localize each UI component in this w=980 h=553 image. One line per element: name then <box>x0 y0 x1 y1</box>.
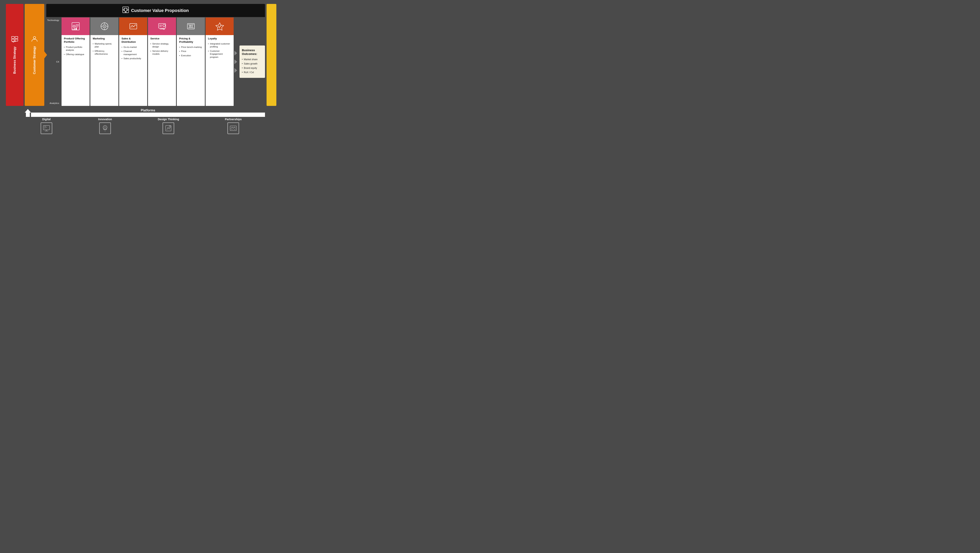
trophy-icon <box>123 7 129 14</box>
up-arrow <box>25 109 31 117</box>
arrow-gray-top <box>234 51 237 56</box>
outcomes-box: Business Outcomes: Market share Sales gr… <box>240 46 265 78</box>
bullet-item: Offering catalogue <box>64 53 87 56</box>
col-marketing: Marketing Marketing spend, plan Efficien… <box>91 18 118 106</box>
yellow-bar <box>267 4 276 106</box>
customer-strategy-pillar: Customer Strategy <box>25 4 44 106</box>
platform-design-thinking: Design Thinking <box>158 118 179 134</box>
col-service-bullets: Service strategy, design Service deliver… <box>150 42 173 56</box>
col-pricing-bullets: Price bench-marking Price Execution <box>179 46 202 57</box>
svg-point-55 <box>169 126 171 127</box>
sales-icon <box>129 22 138 32</box>
bullet-item: Marketing spend, plan <box>93 42 116 48</box>
cvp-title: Customer Value Proposition <box>131 8 189 13</box>
service-icon <box>158 22 166 32</box>
col-loyalty: Loyalty Integrated customer profiling Cu… <box>205 18 234 106</box>
svg-line-4 <box>12 41 13 42</box>
col-pricing-body: Pricing & Profitability Price bench-mark… <box>177 35 205 106</box>
col-marketing-bullets: Marketing spend, plan Efficiency, effect… <box>93 42 116 56</box>
business-strategy-pillar: Business Strategy <box>6 4 24 106</box>
svg-rect-3 <box>15 39 18 41</box>
col-product: Product/ Offering Portfolio Product port… <box>62 18 89 106</box>
customer-strategy-label: Customer Strategy <box>33 46 37 74</box>
bullet-item: Product portfolio analysis <box>64 46 87 52</box>
up-arrow-shaft <box>26 113 30 117</box>
bullet-item: Channel management <box>121 50 145 56</box>
bullet-item: Customer Engagement program <box>208 49 231 59</box>
svg-rect-1 <box>15 37 18 38</box>
customer-arrow <box>44 51 47 59</box>
platforms-label: Platforms <box>141 108 155 112</box>
col-loyalty-header <box>205 18 234 35</box>
svg-rect-21 <box>74 28 75 30</box>
row-label-analytics: Analytics <box>46 102 60 104</box>
pricing-icon: $ <box>186 22 195 32</box>
platform-innovation-label: Innovation <box>98 118 112 121</box>
customer-icon <box>31 36 38 44</box>
col-pricing-header: $ <box>177 18 205 35</box>
outcome-item: Market share <box>242 58 262 61</box>
row-label-technology: Technology <box>46 19 60 21</box>
svg-rect-22 <box>76 28 77 30</box>
col-sales-header <box>119 18 147 35</box>
partnerships-icon <box>228 123 239 134</box>
product-icon <box>72 22 80 32</box>
bullet-item: Efficiency, effectiveness <box>93 49 116 56</box>
col-marketing-body: Marketing Marketing spend, plan Efficien… <box>91 35 118 106</box>
horizontal-arrow-body: Platforms <box>31 113 265 117</box>
col-service-header <box>148 18 176 35</box>
col-sales-title: Sales & Distribution <box>121 37 145 44</box>
business-icon <box>11 36 18 45</box>
svg-line-6 <box>14 41 14 42</box>
innovation-icon <box>99 123 111 134</box>
outcome-item: RoX / CxI <box>242 71 262 74</box>
svg-rect-20 <box>73 29 74 30</box>
platform-digital: Digital <box>41 118 52 134</box>
up-arrow-head <box>25 109 31 113</box>
col-loyalty-body: Loyalty Integrated customer profiling Cu… <box>205 35 234 106</box>
svg-point-34 <box>163 24 165 27</box>
col-marketing-title: Marketing <box>93 37 116 40</box>
left-pillars: Business Strategy Customer Strategy <box>6 4 44 106</box>
col-sales: Sales & Distribution Go-to-market Channe… <box>119 18 147 106</box>
svg-marker-44 <box>216 23 224 30</box>
business-strategy-label: Business Strategy <box>13 46 17 74</box>
col-sales-bullets: Go-to-market Channel management Sales pr… <box>121 46 145 60</box>
col-loyalty-title: Loyalty <box>208 37 231 40</box>
col-product-header <box>62 18 89 35</box>
bottom-section: Platforms Digital <box>6 108 276 134</box>
col-pricing-title: Pricing & Profitability <box>179 37 202 44</box>
platform-icons-row: Digital Innovation <box>6 118 276 134</box>
svg-rect-0 <box>11 37 14 38</box>
bullet-item: Service strategy, design <box>150 42 173 48</box>
columns-wrapper: Product/ Offering Portfolio Product port… <box>62 18 234 106</box>
outcomes-list: Market share Sales growth Brand equity R… <box>242 58 262 74</box>
arrow-gray-mid <box>234 59 237 64</box>
right-outcomes: Business Outcomes: Market share Sales gr… <box>240 18 265 106</box>
col-loyalty-bullets: Integrated customer profiling Customer E… <box>208 42 231 59</box>
row-labels: Technology CX Analytics <box>46 18 60 106</box>
col-marketing-header <box>91 18 118 35</box>
main-container: Business Strategy Customer Strategy <box>0 0 282 161</box>
marketing-icon <box>100 22 109 32</box>
col-product-body: Product/ Offering Portfolio Product port… <box>62 35 89 106</box>
platform-partnerships-label: Partnerships <box>225 118 242 121</box>
center-area: Customer Value Proposition Technology CX… <box>46 4 265 106</box>
bullet-item: Price bench-marking <box>179 46 202 49</box>
col-sales-body: Sales & Distribution Go-to-market Channe… <box>119 35 147 106</box>
design-thinking-icon <box>162 123 174 134</box>
outcome-item: Sales growth <box>242 62 262 65</box>
col-pricing: $ Pricing & Profitability <box>177 18 205 106</box>
svg-point-25 <box>104 26 105 27</box>
bullet-item: Execution <box>179 54 202 57</box>
platform-partnerships: Partnerships <box>225 118 242 134</box>
arrow-gray-bot <box>234 68 237 73</box>
platform-digital-label: Digital <box>42 118 51 121</box>
bullet-item: Price <box>179 50 202 53</box>
outcome-item: Brand equity <box>242 67 262 70</box>
cvp-header: Customer Value Proposition <box>46 4 265 17</box>
loyalty-icon <box>215 22 224 32</box>
bullet-item: Sales productivity <box>121 57 145 60</box>
svg-point-51 <box>103 126 107 129</box>
col-product-title: Product/ Offering Portfolio <box>64 37 87 44</box>
